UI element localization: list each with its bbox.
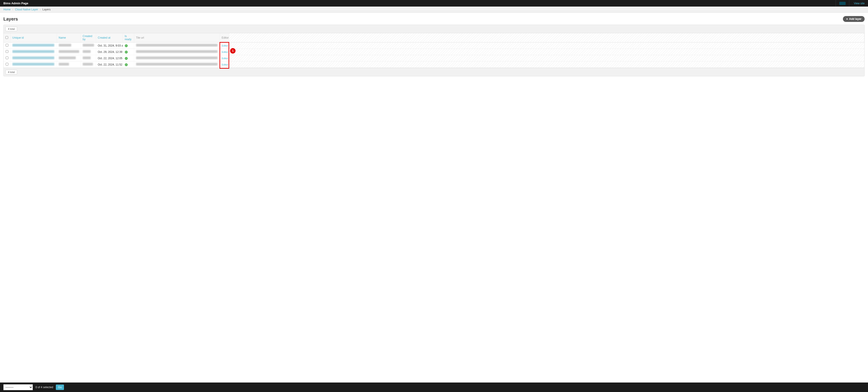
row-name <box>57 49 81 55</box>
col-unique-id[interactable]: Unique id <box>10 33 57 42</box>
page-title: Layers <box>3 17 18 22</box>
check-circle-icon: ✓ <box>125 63 128 66</box>
breadcrumb: Home › Cloud Native Layer › Layers <box>0 6 868 13</box>
row-name <box>57 61 81 68</box>
redacted-content <box>83 63 93 66</box>
redacted-content <box>12 44 54 46</box>
breadcrumb-home[interactable]: Home <box>3 8 11 11</box>
row-tile-url <box>134 55 220 61</box>
layers-table: Unique id Name Created by Created at Is … <box>4 33 864 68</box>
top-header: Bims Admin Page View site <box>0 0 868 6</box>
redacted-content <box>83 44 94 46</box>
chevron-right-icon: › <box>40 8 40 11</box>
row-checkbox[interactable] <box>6 57 8 59</box>
row-editor-cell: Editor <box>220 42 229 49</box>
row-created-at: Oct. 29, 2024, 12:39 p.m. <box>96 49 123 55</box>
row-name <box>57 55 81 61</box>
row-filler <box>229 49 864 55</box>
editor-link[interactable]: Editor <box>222 44 228 47</box>
row-is-ready: ✓ <box>123 61 134 68</box>
row-tile-url <box>134 49 220 55</box>
total-count-top[interactable]: 4 total <box>5 27 17 31</box>
annotation-marker: 1 <box>230 48 236 54</box>
row-unique-id[interactable] <box>10 55 57 61</box>
row-created-at: Oct. 31, 2024, 9:03 a.m. <box>96 42 123 49</box>
editor-link[interactable]: Editor <box>222 63 228 66</box>
row-editor-cell: Editor <box>220 55 229 61</box>
row-tile-url <box>134 42 220 49</box>
redacted-content <box>83 50 91 53</box>
table-row: Oct. 22, 2024, 11:52 a.m. ✓ Editor <box>4 61 864 68</box>
check-circle-icon: ✓ <box>125 44 128 47</box>
row-created-at: Oct. 22, 2024, 12:05 p.m. <box>96 55 123 61</box>
breadcrumb-current: Layers <box>42 8 51 11</box>
row-created-by <box>81 42 96 49</box>
row-checkbox[interactable] <box>6 63 8 66</box>
row-checkbox[interactable] <box>6 50 8 53</box>
redacted-content <box>83 57 91 59</box>
table-row: Oct. 22, 2024, 12:05 p.m. ✓ Editor <box>4 55 864 61</box>
row-unique-id[interactable] <box>10 49 57 55</box>
row-checkbox-cell <box>4 42 10 49</box>
page-header: Layers + Add layer <box>3 16 865 22</box>
col-tile-url: Tile url <box>134 33 220 42</box>
redacted-content <box>12 50 54 53</box>
redacted-content <box>12 57 54 59</box>
table-header-row: Unique id Name Created by Created at Is … <box>4 33 864 42</box>
redacted-content <box>136 44 217 46</box>
row-created-at: Oct. 22, 2024, 11:52 a.m. <box>96 61 123 68</box>
row-editor-cell: Editor <box>220 49 229 55</box>
redacted-content <box>136 57 217 59</box>
col-editor: Editor <box>220 33 229 42</box>
redacted-content <box>59 63 69 66</box>
row-filler <box>229 61 864 68</box>
row-is-ready: ✓ <box>123 49 134 55</box>
chevron-right-icon: › <box>12 8 13 11</box>
table-body: Oct. 31, 2024, 9:03 a.m. ✓ Editor Oct. 2… <box>4 42 864 68</box>
plus-icon: + <box>846 17 848 21</box>
table-toolbar-bottom: 4 total <box>4 68 864 76</box>
user-avatar <box>839 2 846 5</box>
add-layer-label: Add layer <box>849 18 862 21</box>
breadcrumb-parent[interactable]: Cloud Native Layer <box>15 8 38 11</box>
add-layer-button[interactable]: + Add layer <box>843 16 865 22</box>
row-name <box>57 42 81 49</box>
row-checkbox-cell <box>4 49 10 55</box>
row-created-by <box>81 49 96 55</box>
table-row: Oct. 29, 2024, 12:39 p.m. ✓ Editor <box>4 49 864 55</box>
check-circle-icon: ✓ <box>125 57 128 60</box>
col-filler <box>229 33 864 42</box>
redacted-content <box>136 63 217 66</box>
col-created-by[interactable]: Created by <box>81 33 96 42</box>
row-created-by <box>81 61 96 68</box>
content: Layers + Add layer 4 total <box>0 13 868 80</box>
col-created-at[interactable]: Created at <box>96 33 123 42</box>
row-created-by <box>81 55 96 61</box>
row-checkbox[interactable] <box>6 44 8 46</box>
redacted-content <box>136 50 217 53</box>
table-toolbar-top: 4 total <box>4 25 864 33</box>
row-checkbox-cell <box>4 55 10 61</box>
row-editor-cell: Editor <box>220 61 229 68</box>
redacted-content <box>59 44 71 46</box>
header-right: View site <box>836 0 865 6</box>
total-count-bottom[interactable]: 4 total <box>5 70 17 74</box>
redacted-content <box>59 50 79 53</box>
row-is-ready: ✓ <box>123 55 134 61</box>
row-unique-id[interactable] <box>10 42 57 49</box>
user-block[interactable] <box>836 0 849 6</box>
table-wrapper: 4 total Unique id Name Created by <box>3 25 865 76</box>
editor-link[interactable]: Editor <box>222 51 228 53</box>
select-all-checkbox[interactable] <box>5 36 8 39</box>
row-filler <box>229 42 864 49</box>
redacted-content <box>12 63 54 66</box>
select-all-header <box>4 33 10 42</box>
table-row: Oct. 31, 2024, 9:03 a.m. ✓ Editor <box>4 42 864 49</box>
col-is-ready[interactable]: Is ready <box>123 33 134 42</box>
row-filler <box>229 55 864 61</box>
row-is-ready: ✓ <box>123 42 134 49</box>
col-name[interactable]: Name <box>57 33 81 42</box>
editor-link[interactable]: Editor <box>222 57 228 60</box>
row-unique-id[interactable] <box>10 61 57 68</box>
view-site-link[interactable]: View site <box>851 2 865 5</box>
